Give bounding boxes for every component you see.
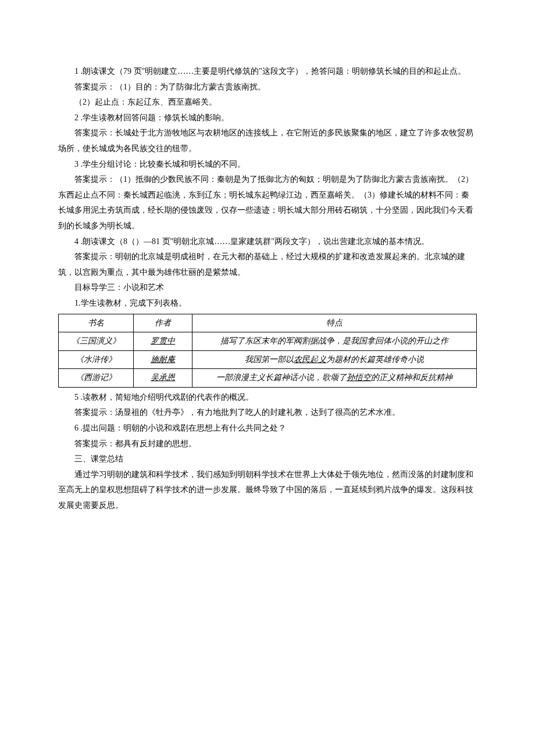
paragraph-8: 4 .朗读课文（8（）—81 页"明朝北京城……皇家建筑群"两段文字），说出营建…	[58, 234, 477, 250]
novels-table: 书名 作者 特点 《三国演义》 罗贯中 描写了东区末年的军阀割据战争，是我国拿回…	[58, 314, 477, 388]
table-row: 《西游记》 吴承恩 一部浪漫主义长篇神话小说，歌颂了孙悟空的正义精神和反抗精神	[59, 369, 477, 388]
feature-underline: 孙悟空	[347, 373, 371, 382]
paragraph-14: 6 .提出问题：明朝的小说和戏剧在思想上有什么共同之处？	[58, 421, 477, 436]
paragraph-16: 三、课堂总结	[58, 452, 477, 467]
paragraph-15: 答案提示：都具有反封建的思想。	[58, 436, 477, 452]
cell-book: 《水浒传》	[59, 350, 134, 369]
paragraph-1: 1 .朗读课文（79 页"明朝建立……主要是明代修筑的"这段文字），抢答问题：明…	[58, 64, 477, 80]
cell-book: 《三国演义》	[59, 332, 134, 351]
paragraph-2: 答案提示：（1）目的：为了防御北方蒙古贵族南扰。	[58, 80, 477, 95]
author-name: 吴承恩	[151, 373, 175, 382]
table-row: 《水浒传》 施耐庵 我国第一部以农民起义为题材的长篇英雄传奇小说	[59, 350, 477, 369]
cell-author: 罗贯中	[134, 332, 192, 351]
table-row: 《三国演义》 罗贯中 描写了东区末年的军阀割据战争，是我国拿回体小说的开山之作	[59, 332, 477, 351]
header-book: 书名	[59, 314, 134, 332]
feature-text-post: 为题材的长篇英雄传奇小说	[326, 355, 424, 364]
paragraph-11: 1.学生读教材，完成下列表格。	[58, 296, 477, 311]
author-name: 施耐庵	[151, 355, 175, 364]
table-header-row: 书名 作者 特点	[59, 314, 477, 332]
author-name: 罗贯中	[151, 336, 175, 345]
cell-author: 施耐庵	[134, 350, 192, 369]
paragraph-12: 5 .读教材，简短地介绍明代戏剧的代表作的概况。	[58, 390, 477, 406]
header-feature: 特点	[192, 314, 477, 332]
feature-text-pre: 我国第一部以	[245, 355, 294, 364]
cell-feature: 我国第一部以农民起义为题材的长篇英雄传奇小说	[192, 350, 477, 369]
paragraph-5: 答案提示：长城处于北方游牧地区与农耕地区的连接线上，在它附近的多民族聚集的地区，…	[58, 126, 477, 156]
paragraph-13: 答案提示：汤显祖的《牡丹亭》，有力地批判了吃人的封建礼教，达到了很高的艺术水准。	[58, 405, 477, 421]
paragraph-7: 答案提示：（1）抵御的少数民族不同：秦朝是为了抵御北方的匈奴；明朝是为了防御北方…	[58, 172, 477, 234]
cell-book: 《西游记》	[59, 369, 134, 388]
paragraph-17: 通过学习明朝的建筑和科学技术，我们感知到明朝科学技术在世界上大体处于领先地位，然…	[58, 467, 477, 514]
paragraph-6: 3 .学生分组讨论：比较秦长城和明长城的不同。	[58, 157, 477, 173]
cell-author: 吴承恩	[134, 369, 192, 388]
section-heading: 目标导学三：小说和艺术	[58, 280, 477, 296]
header-author: 作者	[134, 314, 192, 332]
paragraph-4: 2 .学生读教材回答问题：修筑长城的影响。	[58, 110, 477, 126]
paragraph-9: 答案提示：明朝的北京城是明成祖时，在元大都的基础上，经过大规模的扩建和改造发展起…	[58, 249, 477, 280]
cell-feature: 描写了东区末年的军阀割据战争，是我国拿回体小说的开山之作	[192, 332, 477, 351]
feature-text: 描写了东区末年的军阀割据战争，是我国拿回体小说的开山之作	[220, 336, 448, 345]
feature-text-post: 的正义精神和反抗精神	[371, 373, 452, 382]
paragraph-3: （2）起止点：东起辽东、西至嘉峪关。	[58, 95, 477, 110]
feature-text-pre: 一部浪漫主义长篇神话小说，歌颂了	[216, 373, 347, 382]
feature-underline: 农民起义	[294, 355, 326, 364]
cell-feature: 一部浪漫主义长篇神话小说，歌颂了孙悟空的正义精神和反抗精神	[192, 369, 477, 388]
